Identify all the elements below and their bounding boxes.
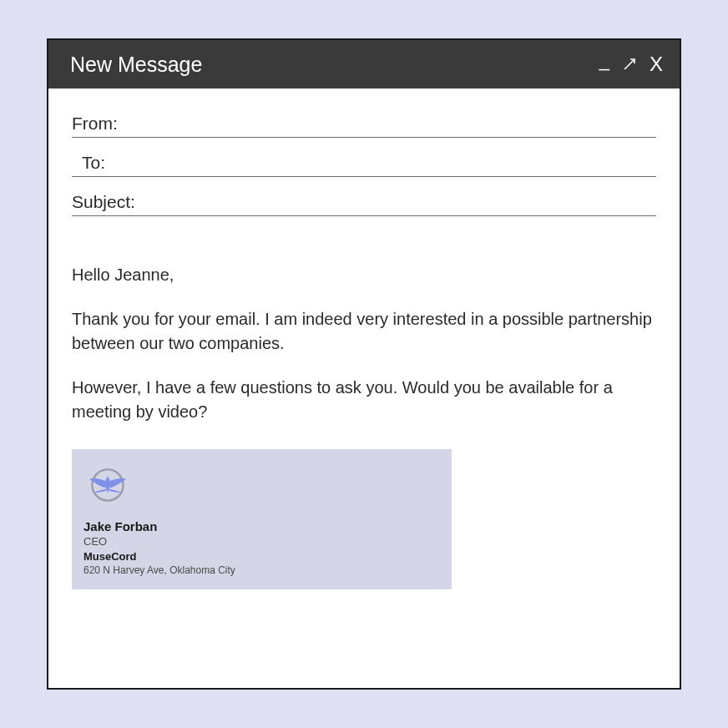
compose-window: New Message _ X From: To: Subject: <box>47 38 681 690</box>
body-text: Hello Jeanne, Thank you for your email. … <box>72 263 656 424</box>
close-icon[interactable]: X <box>650 54 663 74</box>
subject-field-row: Subject: <box>72 192 656 216</box>
signature-company: MuseCord <box>83 550 440 563</box>
signature-title: CEO <box>83 535 440 548</box>
body-greeting: Hello Jeanne, <box>72 263 656 287</box>
signature-address: 620 N Harvey Ave, Oklahoma City <box>83 564 440 576</box>
subject-label: Subject: <box>72 192 135 212</box>
to-field-row: To: <box>72 153 656 177</box>
message-body[interactable]: Hello Jeanne, Thank you for your email. … <box>48 231 680 688</box>
to-label: To: <box>82 153 140 173</box>
signature-name: Jake Forban <box>83 519 440 533</box>
signature-card: Jake Forban CEO MuseCord 620 N Harvey Av… <box>72 449 452 589</box>
from-label: From: <box>72 114 130 134</box>
phoenix-logo-icon <box>83 461 440 513</box>
to-input[interactable] <box>140 154 656 173</box>
minimize-icon[interactable]: _ <box>599 52 609 70</box>
body-paragraph: Thank you for your email. I am indeed ve… <box>72 307 656 356</box>
from-field-row: From: <box>72 114 656 138</box>
window-title: New Message <box>70 53 202 77</box>
from-input[interactable] <box>130 114 656 134</box>
body-paragraph: However, I have a few questions to ask y… <box>72 376 656 424</box>
window-controls: _ X <box>599 54 663 74</box>
titlebar: New Message _ X <box>48 40 680 88</box>
subject-input[interactable] <box>135 193 656 212</box>
expand-icon[interactable] <box>623 58 636 71</box>
header-fields: From: To: Subject: <box>48 88 680 231</box>
